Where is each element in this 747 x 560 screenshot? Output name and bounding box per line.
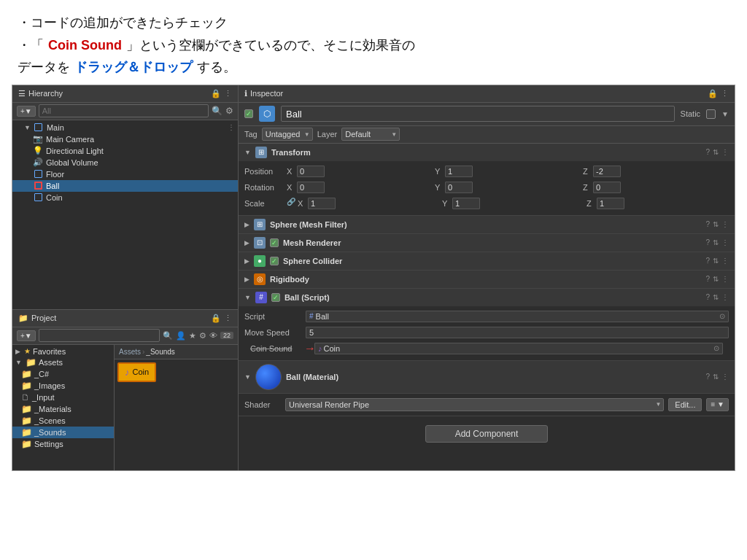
hierarchy-item-main[interactable]: ▼ Main ⋮ (12, 122, 238, 133)
transform-header[interactable]: ▼ ⊞ Transform ? ⇅ ⋮ (239, 144, 735, 161)
object-active-checkbox[interactable]: ✓ (244, 109, 253, 118)
transform-title: Transform (271, 148, 702, 157)
project-item-scenes[interactable]: 📁 _Scenes (12, 415, 114, 427)
rot-y-input[interactable] (445, 182, 473, 193)
hierarchy-item-floor[interactable]: Floor (12, 168, 238, 180)
coin-sound-row: Coin Sound → ♪ Coin ⊙ (244, 341, 729, 356)
layer-dropdown[interactable]: Default (341, 128, 400, 141)
meshfilter-header[interactable]: ▶ ⊞ Sphere (Mesh Filter) ? ⇅ ⋮ (239, 216, 735, 233)
hierarchy-item-coin[interactable]: Coin (12, 192, 238, 203)
static-dropdown-icon[interactable]: ▼ (721, 110, 729, 118)
mat-icon-button[interactable]: ≡ ▼ (706, 398, 729, 411)
bs-menu-icon[interactable]: ⋮ (721, 293, 729, 301)
project-item-favorites[interactable]: ▶ ★ Favorites (12, 346, 114, 357)
coin-sound-target-icon[interactable]: ⊙ (713, 344, 719, 352)
project-star-icon[interactable]: ★ (189, 331, 196, 341)
mat-expand-icon: ▼ (244, 373, 251, 381)
pos-y-input[interactable] (445, 166, 473, 177)
rb-menu-icon[interactable]: ⋮ (721, 275, 729, 283)
mr-help-icon[interactable]: ? (705, 238, 710, 246)
project-item-materials[interactable]: 📁 _Materials (12, 403, 114, 415)
project-item-settings[interactable]: 📁 Settings (12, 438, 114, 450)
bs-help-icon[interactable]: ? (705, 293, 710, 301)
transform-menu-icon[interactable]: ⋮ (721, 148, 729, 156)
sca-y-input[interactable] (452, 198, 480, 209)
project-lock-icon[interactable]: 🔒 (211, 314, 221, 323)
hierarchy-item-maincamera[interactable]: 📷 Main Camera (12, 133, 238, 145)
inspector-menu-icon[interactable]: ⋮ (721, 89, 729, 98)
mat-menu-icon[interactable]: ⋮ (721, 373, 729, 381)
file-item-coin[interactable]: ♪ Coin (117, 362, 156, 382)
project-item-sounds[interactable]: 📁 _Sounds (12, 427, 114, 438)
project-add-btn[interactable]: +▼ (17, 330, 36, 341)
sc-menu-icon[interactable]: ⋮ (721, 257, 729, 265)
scenes-label: _Scenes (34, 416, 66, 425)
sca-z-input[interactable] (597, 198, 624, 209)
bs-settings-icon[interactable]: ⇅ (713, 293, 719, 301)
spherecollider-header[interactable]: ▶ ● ✓ Sphere Collider ? ⇅ ⋮ (239, 252, 735, 270)
component-meshfilter: ▶ ⊞ Sphere (Mesh Filter) ? ⇅ ⋮ (239, 216, 735, 234)
mf-help-icon[interactable]: ? (705, 220, 710, 228)
hierarchy-search[interactable] (39, 104, 209, 117)
material-header[interactable]: ▼ Ball (Material) ? ⇅ ⋮ (239, 361, 735, 394)
object-name-field[interactable] (281, 106, 675, 122)
mr-settings-icon[interactable]: ⇅ (713, 238, 719, 246)
transform-help-icon[interactable]: ? (705, 148, 710, 156)
project-search-icon[interactable]: 🔍 (163, 331, 173, 341)
sca-x-input[interactable] (308, 198, 336, 209)
component-transform: ▼ ⊞ Transform ? ⇅ ⋮ Position X (239, 144, 735, 216)
add-button[interactable]: +▼ (17, 106, 36, 117)
assets-folder-icon: 📁 (26, 357, 36, 368)
script-target-icon[interactable]: ⊙ (719, 312, 725, 320)
rb-settings-icon[interactable]: ⇅ (713, 275, 719, 283)
spherecollider-active[interactable]: ✓ (270, 257, 279, 265)
mr-menu-icon[interactable]: ⋮ (721, 238, 729, 246)
unity-editor: ☰ Hierarchy 🔒 ⋮ +▼ 🔍 ⚙ ▼ Main (12, 85, 735, 471)
project-item-assets[interactable]: ▼ 📁 Assets (12, 357, 114, 368)
hierarchy-icon: ☰ (18, 89, 26, 98)
menu-icon[interactable]: ⋮ (224, 89, 232, 98)
lock-icon[interactable]: 🔒 (211, 89, 221, 98)
mf-settings-icon[interactable]: ⇅ (713, 220, 719, 228)
transform-settings-icon[interactable]: ⇅ (713, 148, 719, 156)
ball-script-active[interactable]: ✓ (271, 293, 280, 302)
project-search[interactable] (39, 329, 160, 342)
mat-settings-icon[interactable]: ⇅ (713, 373, 719, 381)
mf-menu-icon[interactable]: ⋮ (721, 220, 729, 228)
light-icon: 💡 (33, 146, 43, 156)
rigidbody-header[interactable]: ▶ ◎ Rigidbody ? ⇅ ⋮ (239, 271, 735, 288)
search-icon[interactable]: 🔍 (212, 106, 222, 116)
ball-icon (33, 181, 43, 191)
project-eye-icon[interactable]: 👁 (209, 331, 217, 340)
shader-dropdown[interactable]: Universal Render Pipe (285, 398, 664, 411)
sc-settings-icon[interactable]: ⇅ (713, 257, 719, 265)
rot-x-input[interactable] (297, 182, 325, 193)
edit-button[interactable]: Edit... (668, 398, 702, 411)
sc-help-icon[interactable]: ? (705, 257, 710, 265)
pos-z-input[interactable] (593, 166, 621, 177)
project-settings-icon[interactable]: ⚙ (199, 331, 206, 341)
menu-icon-main[interactable]: ⋮ (228, 123, 235, 131)
hierarchy-item-ball[interactable]: Ball (12, 180, 238, 192)
inspector-lock-icon[interactable]: 🔒 (708, 89, 718, 98)
add-component-button[interactable]: Add Component (425, 425, 549, 443)
project-item-csharp[interactable]: 📁 _C# (12, 368, 114, 380)
rb-help-icon[interactable]: ? (705, 275, 710, 283)
pos-x-input[interactable] (297, 166, 325, 177)
filter-icon[interactable]: ⚙ (225, 106, 233, 116)
tag-dropdown[interactable]: Untagged (262, 128, 313, 141)
static-checkbox[interactable] (706, 109, 716, 119)
meshrenderer-header[interactable]: ▶ ⊡ ✓ Mesh Renderer ? ⇅ ⋮ (239, 234, 735, 252)
rot-z-input[interactable] (593, 182, 621, 193)
project-item-input[interactable]: 🗋 _Input (12, 392, 114, 403)
hierarchy-item-globalvolume[interactable]: 🔊 Global Volume (12, 157, 238, 168)
project-item-images[interactable]: 📁 _Images (12, 380, 114, 392)
hierarchy-item-dirlight[interactable]: 💡 Directional Light (12, 145, 238, 157)
component-ball-script: ▼ # ✓ Ball (Script) ? ⇅ ⋮ Script # (239, 289, 735, 361)
ball-script-header[interactable]: ▼ # ✓ Ball (Script) ? ⇅ ⋮ (239, 289, 735, 306)
meshrenderer-active[interactable]: ✓ (270, 238, 279, 247)
project-menu-icon[interactable]: ⋮ (224, 314, 232, 323)
mat-help-icon[interactable]: ? (705, 373, 710, 381)
script-value: # Ball ⊙ (306, 311, 729, 322)
project-filter-icon[interactable]: 👤 (176, 331, 186, 341)
